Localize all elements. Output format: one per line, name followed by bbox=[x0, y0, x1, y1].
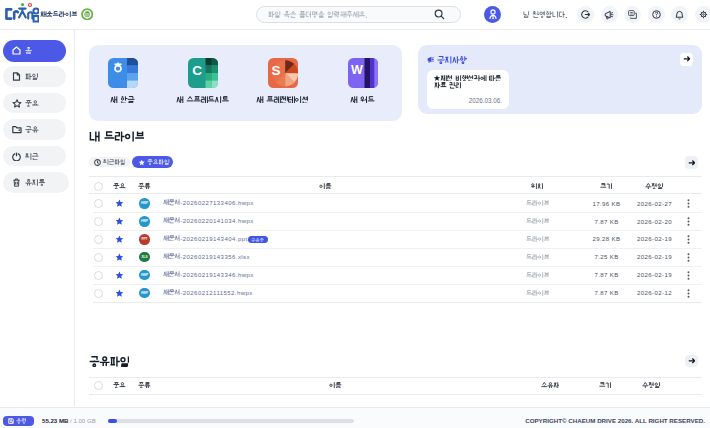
svg-text:C: C bbox=[192, 62, 202, 77]
svg-text:W: W bbox=[351, 62, 363, 76]
svg-text:S: S bbox=[271, 62, 280, 77]
